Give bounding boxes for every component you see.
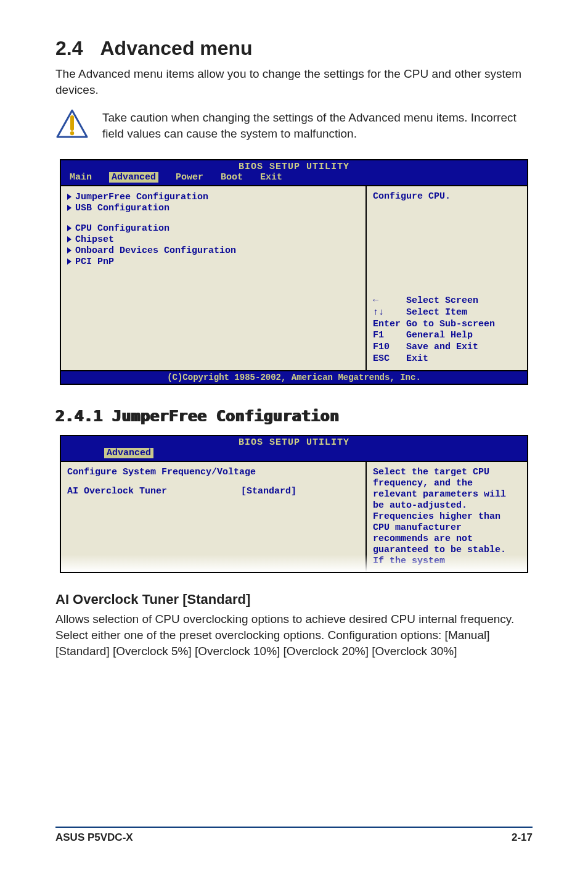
- tab-exit[interactable]: Exit: [260, 172, 282, 183]
- panel-header: Configure System Frequency/Voltage: [67, 467, 359, 477]
- bios-help-panel: Configure CPU. ← Select Screen ↑↓ Select…: [367, 186, 527, 370]
- nav-f1: F1 General Help: [373, 330, 521, 342]
- bios-title: BIOS SETUP UTILITY: [61, 436, 527, 448]
- svg-point-2: [70, 131, 74, 135]
- footer-page-number: 2-17: [512, 831, 533, 844]
- setting-value: [Standard]: [241, 486, 296, 497]
- caution-box: Take caution when changing the settings …: [55, 109, 533, 141]
- nav-f10: F10 Save and Exit: [373, 342, 521, 353]
- submenu-arrow-icon: [67, 194, 71, 200]
- ai-overclock-heading: AI Overclock Tuner [Standard]: [55, 592, 533, 608]
- submenu-arrow-icon: [67, 205, 71, 211]
- menu-cpu-config[interactable]: CPU Configuration: [67, 223, 359, 234]
- menu-chipset[interactable]: Chipset: [67, 234, 359, 245]
- bios-title: BIOS SETUP UTILITY: [61, 160, 527, 172]
- nav-enter: Enter Go to Sub-screen: [373, 319, 521, 331]
- bios-copyright: (C)Copyright 1985-2002, American Megatre…: [60, 371, 528, 385]
- fade-overlay: [61, 555, 527, 572]
- nav-select-item: ↑↓ Select Item: [373, 307, 521, 319]
- page-footer: ASUS P5VDC-X 2-17: [55, 827, 533, 844]
- bios-nav-hints: ← Select Screen ↑↓ Select Item Enter Go …: [373, 295, 521, 365]
- submenu-arrow-icon: [67, 247, 71, 254]
- bios-help-text: Select the target CPU frequency, and the…: [373, 467, 521, 567]
- submenu-arrow-icon: [67, 236, 71, 242]
- intro-paragraph: The Advanced menu items allow you to cha…: [55, 66, 533, 97]
- menu-usb-config[interactable]: USB Configuration: [67, 203, 359, 213]
- bios-screenshot-jumperfree: BIOS SETUP UTILITY Advanced Configure Sy…: [60, 435, 528, 573]
- setting-ai-overclock-tuner[interactable]: AI Overclock Tuner [Standard]: [67, 486, 359, 497]
- menu-pci-pnp[interactable]: PCI PnP: [67, 257, 359, 267]
- section-title: Advanced menu: [100, 37, 252, 59]
- section-heading: 2.4Advanced menu: [55, 37, 533, 60]
- bios-menu-list: JumperFree Configuration USB Configurati…: [61, 186, 367, 370]
- bios-tab-bar: Main Advanced Power Boot Exit: [61, 172, 527, 185]
- tab-boot[interactable]: Boot: [221, 172, 243, 183]
- submenu-arrow-icon: [67, 258, 71, 265]
- menu-jumperfree[interactable]: JumperFree Configuration: [67, 192, 359, 202]
- warning-icon: [55, 109, 89, 139]
- tab-power[interactable]: Power: [176, 172, 203, 183]
- bios-screenshot-advanced: BIOS SETUP UTILITY Main Advanced Power B…: [60, 159, 528, 371]
- nav-select-screen: ← Select Screen: [373, 295, 521, 307]
- ai-overclock-body: Allows selection of CPU overclocking opt…: [55, 611, 533, 660]
- subsection-241: 2.4.1 JumperFree Configuration: [55, 407, 533, 425]
- menu-onboard-devices[interactable]: Onboard Devices Configuration: [67, 245, 359, 256]
- submenu-arrow-icon: [67, 225, 71, 231]
- setting-label: AI Overclock Tuner: [67, 486, 167, 497]
- tab-main[interactable]: Main: [70, 172, 92, 183]
- bios-help-text: Configure CPU.: [373, 191, 521, 202]
- tab-advanced[interactable]: Advanced: [104, 448, 153, 458]
- caution-text: Take caution when changing the settings …: [102, 109, 533, 141]
- footer-product: ASUS P5VDC-X: [55, 831, 133, 844]
- tab-advanced[interactable]: Advanced: [109, 172, 158, 183]
- section-number: 2.4: [55, 37, 83, 60]
- nav-esc: ESC Exit: [373, 353, 521, 365]
- bios-tab-bar: Advanced: [61, 448, 527, 461]
